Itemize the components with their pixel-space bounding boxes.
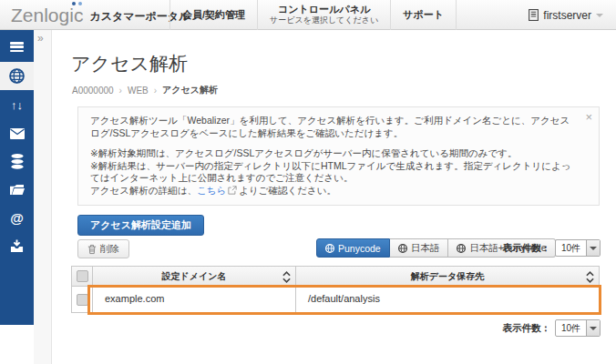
trash-icon	[87, 244, 97, 255]
sidebar-item-transfer[interactable]: ↑↓	[0, 92, 34, 118]
sidebar-expand-icon[interactable]: »	[37, 32, 44, 45]
nav-item-member-contract[interactable]: 会員/契約管理	[169, 0, 257, 30]
sidebar-item-install[interactable]	[0, 233, 34, 259]
sidebar-item-menu[interactable]	[0, 34, 34, 60]
zenlogic-logo: Zenlogic	[11, 5, 83, 26]
mail-icon	[10, 128, 25, 139]
cell-domain[interactable]: example.com	[93, 287, 295, 312]
external-link-icon	[228, 186, 237, 198]
analysis-table: 設定ドメイン名 解析データ保存先 example.com /default/an…	[71, 266, 600, 313]
database-icon	[11, 154, 24, 169]
globe-icon	[457, 244, 466, 253]
header-checkbox-cell	[72, 267, 93, 286]
sidebar-item-web[interactable]	[0, 62, 34, 90]
nav-item-support[interactable]: サポート	[390, 0, 457, 30]
folder-icon	[10, 184, 25, 196]
breadcrumb-current: アクセス解析	[162, 84, 218, 96]
page-title: アクセス解析	[71, 51, 188, 76]
table-row[interactable]: example.com /default/analysis	[71, 287, 600, 313]
globe-icon	[325, 244, 334, 253]
sidebar: ↑↓ @	[0, 30, 34, 325]
nav-label: コントロールパネル	[278, 4, 370, 15]
account-name: firstserver	[543, 9, 591, 22]
notice-line-2: ※解析対象期間は、アクセスログ/SSLアクセスログがサーバー内に保管されている期…	[90, 147, 577, 160]
notice-line4-suffix: よりご確認ください。	[239, 185, 336, 196]
brand[interactable]: Zenlogic カスタマーポータル	[11, 0, 190, 30]
column-header-label: 解析データ保存先	[411, 271, 484, 281]
chevron-down-icon	[596, 14, 603, 17]
notice-line-3: ※解析結果は、サーバー内の指定ディレクトリ以下にHTMLファイルで生成されます。…	[90, 160, 577, 186]
sidebar-item-mail[interactable]	[0, 120, 34, 147]
notice-box: アクセス解析ツール「Webalizer」を利用して、アクセス解析を行います。ご利…	[77, 106, 600, 206]
display-count-value: 10件	[556, 320, 586, 336]
details-link[interactable]: こちら	[197, 185, 226, 196]
chevron-down-icon	[590, 327, 597, 330]
toggle-japanese[interactable]: 日本語	[390, 238, 449, 258]
breadcrumb-separator: ›	[154, 86, 157, 96]
breadcrumb: A0000000 › WEB › アクセス解析	[72, 84, 218, 96]
toggle-label: Punycode	[338, 243, 381, 254]
row-checkbox-cell	[72, 287, 93, 312]
table-header-row: 設定ドメイン名 解析データ保存先	[71, 266, 600, 287]
nav-label: サポート	[403, 9, 444, 21]
logo-dots-icon	[72, 2, 82, 5]
logo-text: Zenlogic	[11, 5, 83, 25]
select-dropdown-button[interactable]	[586, 240, 600, 256]
sort-icon[interactable]	[586, 270, 594, 290]
transfer-arrows-icon: ↑↓	[11, 99, 23, 111]
globe-icon	[398, 244, 407, 253]
install-icon	[10, 239, 24, 253]
delete-button[interactable]: 削除	[77, 239, 129, 258]
display-count-label: 表示件数：	[502, 322, 550, 335]
cell-path[interactable]: /default/analysis	[295, 287, 599, 312]
sort-icon[interactable]	[282, 270, 291, 290]
sidebar-item-files[interactable]	[0, 177, 34, 203]
select-dropdown-button[interactable]	[586, 320, 600, 336]
top-header-bar: Zenlogic カスタマーポータル 会員/契約管理 コントロールパネル サービ…	[0, 0, 616, 30]
building-icon	[529, 9, 539, 21]
display-count-value: 10件	[556, 240, 586, 256]
column-header-path: 解析データ保存先	[295, 267, 599, 286]
notice-line-4: アクセス解析の詳細は、こちらよりご確認ください。	[90, 185, 577, 198]
sidebar-item-email-address[interactable]: @	[0, 205, 34, 231]
top-navigation: 会員/契約管理 コントロールパネル サービスを選択してください サポート	[169, 0, 457, 30]
chevron-down-icon	[590, 247, 597, 250]
display-count-select[interactable]: 10件	[555, 319, 601, 337]
column-header-label: 設定ドメイン名	[162, 271, 227, 281]
account-menu[interactable]: firstserver	[529, 0, 603, 30]
at-sign-icon: @	[10, 211, 24, 225]
menu-icon	[10, 42, 24, 52]
display-count-label: 表示件数：	[502, 242, 550, 255]
sidebar-item-database[interactable]	[0, 148, 34, 175]
breadcrumb-separator: ›	[119, 86, 122, 96]
nav-sublabel: サービスを選択してください	[270, 15, 378, 25]
toggle-punycode[interactable]: Punycode	[316, 238, 390, 258]
breadcrumb-web[interactable]: WEB	[128, 86, 149, 96]
display-count-bottom: 表示件数： 10件	[502, 319, 601, 337]
nav-label: 会員/契約管理	[182, 9, 245, 21]
nav-item-control-panel[interactable]: コントロールパネル サービスを選択してください	[257, 0, 390, 30]
notice-line4-prefix: アクセス解析の詳細は、	[90, 185, 197, 196]
select-all-checkbox[interactable]	[77, 270, 88, 282]
notice-line-1: アクセス解析ツール「Webalizer」を利用して、アクセス解析を行います。ご利…	[90, 115, 577, 140]
column-header-domain: 設定ドメイン名	[93, 267, 295, 286]
row-checkbox[interactable]	[77, 294, 88, 306]
delete-button-label: 削除	[100, 243, 119, 256]
breadcrumb-account[interactable]: A0000000	[72, 86, 114, 96]
display-count-top: 表示件数： 10件	[502, 239, 601, 257]
toggle-label: 日本語	[411, 242, 440, 255]
display-count-select[interactable]: 10件	[555, 239, 601, 257]
close-icon[interactable]: ×	[585, 111, 592, 123]
globe-icon	[9, 68, 25, 84]
sidebar-gutter	[34, 30, 52, 364]
add-analysis-setting-button[interactable]: アクセス解析設定追加	[77, 215, 204, 236]
